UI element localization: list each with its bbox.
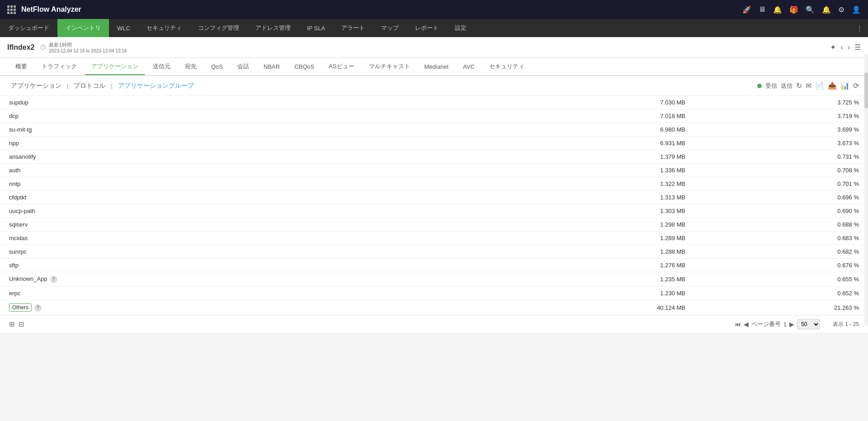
reload-icon[interactable]: ⟳ [853, 81, 859, 90]
gift-icon[interactable]: 🎁 [789, 5, 798, 14]
brightness-icon[interactable]: ✦ [830, 43, 836, 52]
chevron-left-icon[interactable]: ‹ [840, 43, 843, 52]
app-percent: 0.682 % [694, 245, 868, 259]
app-name: sftp [0, 259, 521, 272]
email-icon[interactable]: ✉ [806, 81, 811, 90]
tab-nbar[interactable]: NBAR [257, 60, 286, 75]
app-size: 1.303 MB [521, 204, 694, 218]
app-size: 1.298 MB [521, 218, 694, 232]
tab-security[interactable]: セキュリティ [483, 59, 531, 75]
nav-report[interactable]: レポート [407, 19, 447, 37]
grid-view-icon[interactable]: ⊟ [19, 320, 24, 328]
nav-wlc[interactable]: WLC [109, 19, 138, 37]
footer-icons: ⊞ ⊟ [9, 320, 24, 328]
tab-application[interactable]: アプリケーション [85, 59, 145, 75]
alert-icon[interactable]: 🔔 [822, 5, 831, 14]
table-row: sftp1.276 MB0.676 % [0, 259, 868, 272]
if-index-label: IfIndex2 [7, 43, 34, 52]
rocket-icon[interactable]: 🚀 [742, 5, 751, 14]
nav-dashboard[interactable]: ダッシュボード [0, 19, 57, 37]
prev-page-btn[interactable]: ◀ [744, 321, 749, 328]
app-percent: 3.725 % [694, 96, 868, 109]
question-badge[interactable]: ? [34, 304, 42, 312]
bell-icon[interactable]: 🔔 [773, 5, 782, 14]
time-info: 🕐 最新1時間 2023-12-04 12:14 to 2023-12-04 1… [40, 42, 127, 53]
top-bar-icons: 🚀 🖥 🔔 🎁 🔍 🔔 ⚙ 👤 [742, 5, 861, 14]
app-title: NetFlow Analyzer [21, 5, 81, 14]
table-row: erpc1.230 MB0.652 % [0, 287, 868, 300]
time-label: 最新1時間 [49, 42, 127, 48]
nav-inventory[interactable]: インベントリ [57, 19, 109, 37]
others-badge: Others [9, 303, 32, 312]
main-content: アプリケーション | プロトコル | アプリケーショングループ 受信 送信 ↻ … [0, 76, 868, 333]
app-percent: 0.676 % [694, 259, 868, 272]
app-name: cfdptkt [0, 191, 521, 204]
per-page-select[interactable]: 50 25 100 [797, 319, 820, 329]
app-percent: 3.719 % [694, 109, 868, 123]
first-page-btn[interactable]: ⏮ [735, 321, 741, 328]
user-icon[interactable]: 👤 [852, 5, 861, 14]
tab-overview[interactable]: 概要 [9, 59, 33, 75]
nav-ipsla[interactable]: IP SLA [299, 19, 333, 37]
nav-bar: ダッシュボード インベントリ WLC セキュリティ コンフィグ管理 アドレス管理… [0, 19, 868, 37]
app-tab-application[interactable]: アプリケーション [9, 82, 63, 90]
app-percent: 3.699 % [694, 123, 868, 137]
pdf-icon[interactable]: 📄 [815, 81, 824, 90]
nav-alert[interactable]: アラート [333, 19, 373, 37]
nav-settings[interactable]: 設定 [447, 19, 475, 37]
tab-traffic[interactable]: トラフィック [35, 59, 83, 75]
chevron-right-icon[interactable]: › [848, 43, 850, 52]
grid-icon [7, 5, 16, 14]
table-icon[interactable]: ⊞ [9, 320, 15, 328]
nav-more[interactable]: ⋮ [851, 25, 868, 32]
nav-config[interactable]: コンフィグ管理 [190, 19, 247, 37]
sub-header-icons: ✦ ‹ › ☰ [830, 43, 861, 52]
app-name: auth [0, 164, 521, 177]
nav-address[interactable]: アドレス管理 [247, 19, 299, 37]
table-row: cfdptkt1.313 MB0.696 % [0, 191, 868, 204]
table-row: supdup7.030 MB3.725 % [0, 96, 868, 109]
app-size: 6.931 MB [521, 137, 694, 150]
app-size: 1.322 MB [521, 177, 694, 191]
display-info: 表示 1 - 25 [833, 321, 859, 328]
nav-security[interactable]: セキュリティ [138, 19, 190, 37]
table-row: uucp-path1.303 MB0.690 % [0, 204, 868, 218]
table-row: npp6.931 MB3.673 % [0, 137, 868, 150]
refresh-icon[interactable]: ↻ [796, 81, 802, 90]
tab-multicast[interactable]: マルチキャスト [363, 59, 416, 75]
tab-source[interactable]: 送信元 [146, 59, 177, 75]
app-tab-group[interactable]: アプリケーショングループ [116, 82, 196, 90]
app-name: dcp [0, 109, 521, 123]
table-row: sunrpc1.288 MB0.682 % [0, 245, 868, 259]
tab-qos[interactable]: QoS [205, 60, 229, 75]
app-percent: 3.673 % [694, 137, 868, 150]
search-icon[interactable]: 🔍 [806, 5, 815, 14]
settings-icon[interactable]: ⚙ [838, 5, 844, 14]
tab-medianet[interactable]: Medianet [418, 60, 455, 75]
table-row: Unknown_App?1.235 MB0.655 % [0, 272, 868, 287]
tab-conversation[interactable]: 会話 [231, 59, 255, 75]
app-percent: 0.688 % [694, 218, 868, 232]
app-percent: 21.263 % [694, 300, 868, 315]
monitor-icon[interactable]: 🖥 [759, 5, 766, 14]
table-row: ansanotify1.379 MB0.731 % [0, 150, 868, 164]
time-range: 2023-12-04 12:14 to 2023-12-04 13:14 [49, 48, 127, 53]
app-tab-protocol[interactable]: プロトコル [72, 82, 107, 90]
app-size: 7.018 MB [521, 109, 694, 123]
next-page-btn[interactable]: ▶ [789, 321, 794, 328]
menu-icon[interactable]: ☰ [854, 43, 861, 52]
tab-destination[interactable]: 宛先 [179, 59, 203, 75]
tab-asview[interactable]: ASビュー [322, 59, 360, 75]
table-row: Others?40.124 MB21.263 % [0, 300, 868, 315]
question-badge[interactable]: ? [50, 276, 57, 283]
chart-icon[interactable]: 📊 [840, 81, 849, 90]
export-icon[interactable]: 📤 [828, 81, 837, 90]
scrollbar[interactable] [864, 54, 868, 326]
tab-avc[interactable]: AVC [457, 60, 481, 75]
scrollbar-thumb[interactable] [864, 72, 868, 109]
tab-cbqos[interactable]: CBQoS [288, 60, 321, 75]
nav-map[interactable]: マップ [373, 19, 407, 37]
pagination: ⏮ ◀ ページ番号 1 ▶ 50 25 100 [735, 319, 820, 329]
page-label: ページ番号 [751, 320, 781, 328]
clock-icon: 🕐 [40, 44, 46, 50]
